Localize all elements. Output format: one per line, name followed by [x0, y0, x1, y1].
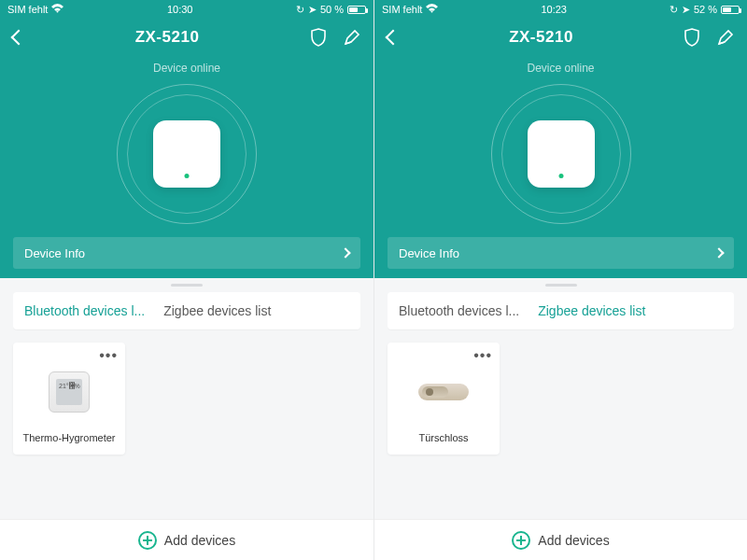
- card-menu-icon[interactable]: •••: [99, 348, 118, 363]
- add-devices-bar[interactable]: Add devices: [0, 519, 374, 560]
- bottom-sheet: Bluetooth devices l... Zigbee devices li…: [374, 278, 747, 560]
- device-grid: ••• Thermo-Hygrometer: [0, 329, 374, 468]
- sync-icon: ↻: [669, 4, 678, 16]
- card-menu-icon[interactable]: •••: [473, 348, 492, 363]
- tab-zigbee-devices[interactable]: Zigbee devices list: [163, 303, 271, 318]
- back-button[interactable]: [11, 30, 27, 46]
- battery-icon: [347, 6, 366, 14]
- add-devices-label: Add devices: [164, 533, 235, 548]
- battery-text: 52 %: [694, 4, 717, 15]
- sync-icon: ↻: [296, 4, 304, 16]
- device-info-label: Device Info: [399, 246, 459, 260]
- nav-bar: ZX-5210: [13, 19, 360, 56]
- nav-bar: ZX-5210: [388, 19, 734, 56]
- edit-icon[interactable]: [717, 29, 734, 46]
- status-bar: SIM fehlt 10:23 ↻ ➤ 52 %: [374, 0, 747, 19]
- svg-point-1: [431, 11, 433, 13]
- device-card[interactable]: ••• Thermo-Hygrometer: [13, 343, 125, 455]
- device-hero: Device online: [13, 56, 360, 237]
- status-bar: SIM fehlt 10:30 ↻ ➤ 50 %: [0, 0, 374, 19]
- chevron-right-icon: [340, 247, 350, 258]
- page-title: ZX-5210: [509, 28, 573, 47]
- carrier-text: SIM fehlt: [7, 4, 48, 15]
- plus-circle-icon: [138, 531, 157, 550]
- device-status-text: Device online: [153, 62, 220, 75]
- device-thumbnail: [19, 352, 120, 432]
- device-ring: [491, 84, 631, 224]
- shield-icon[interactable]: [310, 28, 327, 47]
- chevron-right-icon: [713, 247, 724, 258]
- add-devices-bar[interactable]: Add devices: [374, 519, 747, 560]
- screen-left: SIM fehlt 10:30 ↻ ➤ 50 % ZX-5210: [0, 0, 374, 560]
- screen-right: SIM fehlt 10:23 ↻ ➤ 52 % ZX-5210: [374, 0, 747, 560]
- hub-icon: [528, 120, 595, 188]
- shield-icon[interactable]: [684, 28, 700, 47]
- device-card[interactable]: ••• Türschloss: [388, 343, 500, 455]
- battery-icon: [721, 6, 740, 14]
- clock-text: 10:23: [541, 4, 567, 15]
- battery-text: 50 %: [320, 4, 344, 15]
- header-area: ZX-5210 Device online Device Info: [0, 19, 374, 278]
- plus-circle-icon: [512, 531, 530, 550]
- device-info-row[interactable]: Device Info: [388, 237, 734, 269]
- device-ring: [117, 84, 257, 224]
- device-status-text: Device online: [527, 62, 594, 75]
- carrier-text: SIM fehlt: [382, 4, 422, 15]
- device-grid: ••• Türschloss: [374, 329, 747, 468]
- device-thumbnail: [393, 352, 494, 432]
- back-button[interactable]: [386, 30, 402, 46]
- add-devices-label: Add devices: [538, 533, 609, 548]
- tab-zigbee-devices[interactable]: Zigbee devices list: [538, 303, 645, 318]
- device-name: Thermo-Hygrometer: [22, 432, 115, 443]
- sheet-handle[interactable]: [545, 284, 577, 287]
- device-info-row[interactable]: Device Info: [13, 237, 360, 269]
- location-icon: ➤: [308, 4, 317, 16]
- side-by-side-screens: SIM fehlt 10:30 ↻ ➤ 50 % ZX-5210: [0, 0, 747, 560]
- device-info-label: Device Info: [24, 246, 85, 260]
- wifi-icon: [51, 4, 63, 15]
- device-list-tabs: Bluetooth devices l... Zigbee devices li…: [13, 292, 360, 329]
- device-hero: Device online: [388, 56, 734, 237]
- bottom-sheet: Bluetooth devices l... Zigbee devices li…: [0, 278, 374, 560]
- edit-icon[interactable]: [344, 29, 360, 46]
- device-list-tabs: Bluetooth devices l... Zigbee devices li…: [388, 292, 734, 329]
- svg-point-0: [57, 11, 59, 13]
- clock-text: 10:30: [167, 4, 193, 15]
- tab-bluetooth-devices[interactable]: Bluetooth devices l...: [24, 303, 145, 318]
- location-icon: ➤: [682, 4, 690, 16]
- header-area: ZX-5210 Device online Device Info: [374, 19, 747, 278]
- tab-bluetooth-devices[interactable]: Bluetooth devices l...: [399, 303, 519, 318]
- device-name: Türschloss: [418, 432, 468, 443]
- hub-icon: [153, 120, 220, 188]
- page-title: ZX-5210: [135, 28, 200, 47]
- sheet-handle[interactable]: [171, 284, 203, 287]
- wifi-icon: [426, 4, 438, 15]
